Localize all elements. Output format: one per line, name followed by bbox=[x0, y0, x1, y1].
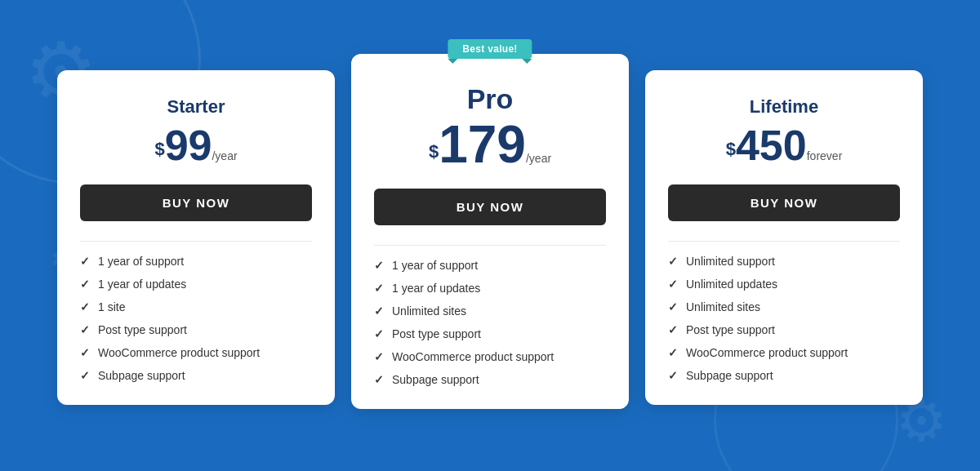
feature-text: 1 year of support bbox=[98, 255, 184, 268]
check-icon: ✓ bbox=[374, 373, 384, 386]
feature-item: ✓ 1 year of updates bbox=[374, 282, 606, 295]
plan-price: $450forever bbox=[668, 124, 900, 167]
feature-item: ✓ Unlimited support bbox=[668, 255, 900, 268]
plan-price: $179/year bbox=[374, 118, 606, 171]
check-icon: ✓ bbox=[374, 282, 384, 295]
buy-now-button[interactable]: BUY NOW bbox=[80, 184, 312, 221]
feature-text: Subpage support bbox=[98, 369, 185, 382]
pricing-section: Starter $99/year BUY NOW ✓ 1 year of sup… bbox=[41, 38, 939, 433]
feature-item: ✓ Post type support bbox=[80, 323, 312, 336]
feature-item: ✓ Subpage support bbox=[668, 369, 900, 382]
plan-period: /year bbox=[526, 152, 551, 165]
check-icon: ✓ bbox=[668, 278, 678, 291]
feature-item: ✓ WooCommerce product support bbox=[80, 346, 312, 359]
plan-amount: 450 bbox=[736, 122, 807, 169]
plan-currency: $ bbox=[429, 141, 439, 162]
check-icon: ✓ bbox=[80, 346, 90, 359]
feature-item: ✓ 1 year of support bbox=[80, 255, 312, 268]
feature-text: WooCommerce product support bbox=[98, 346, 260, 359]
feature-item: ✓ WooCommerce product support bbox=[668, 346, 900, 359]
feature-text: Unlimited sites bbox=[392, 304, 466, 318]
best-value-badge: Best value! bbox=[448, 39, 532, 59]
plan-currency: $ bbox=[726, 139, 736, 159]
plan-card-pro: Best value! Pro $179/year BUY NOW ✓ 1 ye… bbox=[351, 54, 629, 409]
feature-text: Unlimited updates bbox=[686, 278, 777, 291]
check-icon: ✓ bbox=[80, 300, 90, 313]
check-icon: ✓ bbox=[668, 346, 678, 359]
plan-amount: 99 bbox=[165, 122, 212, 169]
plan-card-starter: Starter $99/year BUY NOW ✓ 1 year of sup… bbox=[57, 70, 335, 405]
check-icon: ✓ bbox=[668, 255, 678, 268]
feature-item: ✓ WooCommerce product support bbox=[374, 350, 606, 363]
feature-text: 1 site bbox=[98, 300, 125, 313]
feature-item: ✓ 1 site bbox=[80, 300, 312, 313]
check-icon: ✓ bbox=[80, 278, 90, 291]
feature-text: Post type support bbox=[98, 323, 187, 336]
feature-text: Unlimited support bbox=[686, 255, 775, 268]
check-icon: ✓ bbox=[374, 259, 384, 272]
divider bbox=[80, 241, 312, 242]
plan-name: Lifetime bbox=[668, 96, 900, 118]
feature-item: ✓ Unlimited sites bbox=[374, 304, 606, 318]
feature-list: ✓ 1 year of support ✓ 1 year of updates … bbox=[80, 255, 312, 382]
feature-item: ✓ Unlimited sites bbox=[668, 300, 900, 313]
buy-now-button[interactable]: BUY NOW bbox=[668, 184, 900, 221]
feature-text: Unlimited sites bbox=[686, 300, 760, 313]
feature-text: 1 year of updates bbox=[98, 278, 186, 291]
feature-item: ✓ Subpage support bbox=[374, 373, 606, 386]
plan-price: $99/year bbox=[80, 124, 312, 167]
check-icon: ✓ bbox=[668, 300, 678, 313]
plan-amount: 179 bbox=[439, 115, 526, 174]
feature-text: Post type support bbox=[686, 323, 775, 336]
feature-list: ✓ Unlimited support ✓ Unlimited updates … bbox=[668, 255, 900, 382]
buy-now-button[interactable]: BUY NOW bbox=[374, 189, 606, 225]
feature-item: ✓ Subpage support bbox=[80, 369, 312, 382]
divider bbox=[374, 245, 606, 246]
plan-name: Pro bbox=[374, 83, 606, 115]
feature-text: WooCommerce product support bbox=[392, 350, 554, 363]
check-icon: ✓ bbox=[374, 304, 384, 318]
check-icon: ✓ bbox=[374, 350, 384, 363]
plan-period: forever bbox=[807, 149, 843, 162]
feature-text: Subpage support bbox=[392, 373, 479, 386]
check-icon: ✓ bbox=[80, 323, 90, 336]
feature-item: ✓ 1 year of updates bbox=[80, 278, 312, 291]
feature-text: Post type support bbox=[392, 327, 481, 340]
feature-text: 1 year of updates bbox=[392, 282, 480, 295]
check-icon: ✓ bbox=[80, 255, 90, 268]
feature-item: ✓ Unlimited updates bbox=[668, 278, 900, 291]
check-icon: ✓ bbox=[374, 327, 384, 340]
feature-item: ✓ 1 year of support bbox=[374, 259, 606, 272]
check-icon: ✓ bbox=[668, 323, 678, 336]
plan-period: /year bbox=[212, 149, 237, 162]
plan-name: Starter bbox=[80, 96, 312, 118]
check-icon: ✓ bbox=[80, 369, 90, 382]
feature-text: Subpage support bbox=[686, 369, 773, 382]
feature-list: ✓ 1 year of support ✓ 1 year of updates … bbox=[374, 259, 606, 386]
feature-item: ✓ Post type support bbox=[374, 327, 606, 340]
feature-text: WooCommerce product support bbox=[686, 346, 848, 359]
divider bbox=[668, 241, 900, 242]
plan-currency: $ bbox=[154, 139, 164, 159]
plan-card-lifetime: Lifetime $450forever BUY NOW ✓ Unlimited… bbox=[645, 70, 923, 405]
feature-item: ✓ Post type support bbox=[668, 323, 900, 336]
feature-text: 1 year of support bbox=[392, 259, 478, 272]
check-icon: ✓ bbox=[668, 369, 678, 382]
